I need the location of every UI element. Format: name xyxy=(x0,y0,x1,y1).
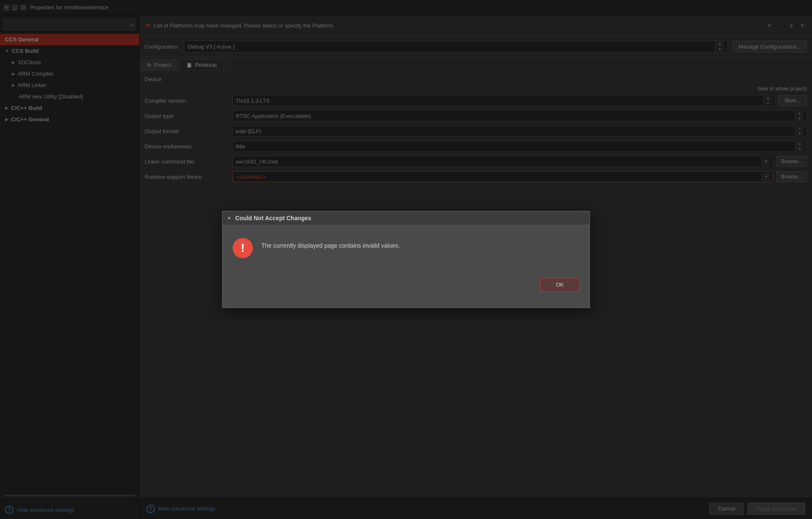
modal-titlebar: × Could Not Accept Changes xyxy=(222,211,590,225)
modal-title: Could Not Accept Changes xyxy=(235,215,311,221)
ok-button[interactable]: OK xyxy=(540,278,579,292)
modal-error-icon: ! xyxy=(233,238,253,258)
modal-message: The currently displayed page contains in… xyxy=(261,238,400,249)
modal-close-button[interactable]: × xyxy=(228,215,231,221)
modal-overlay: × Could Not Accept Changes ! The current… xyxy=(0,0,812,519)
modal-footer: OK xyxy=(222,271,590,298)
modal-body: ! The currently displayed page contains … xyxy=(222,225,590,271)
modal-dialog: × Could Not Accept Changes ! The current… xyxy=(222,211,590,308)
